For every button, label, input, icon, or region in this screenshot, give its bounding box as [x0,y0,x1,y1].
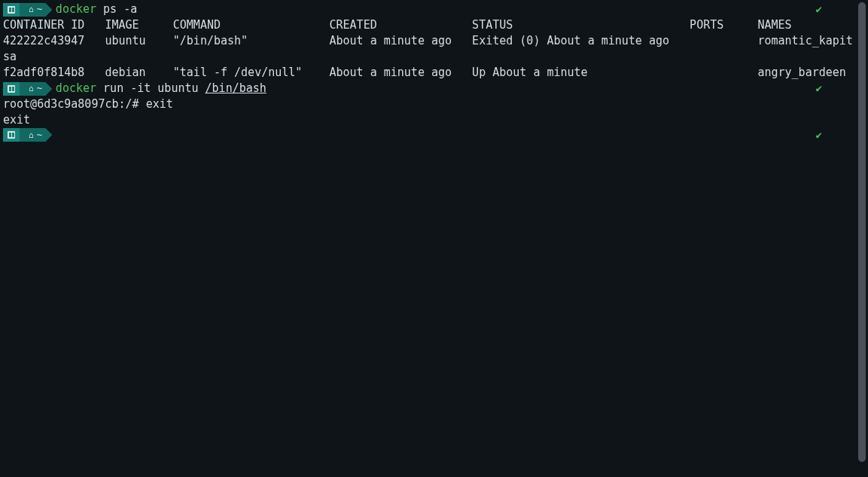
prompt-line-1: ⌂~ docker ps -a ✔ [3,2,851,17]
ps-row: 422222c43947 ubuntu "/bin/bash" About a … [3,33,851,65]
success-check-icon: ✔ [816,81,822,96]
distro-icon [3,128,20,142]
tilde: ~ [37,127,42,143]
command-text: docker run -it ubuntu /bin/bash [56,81,266,96]
prompt-badge: ⌂~ [3,128,45,142]
exit-echo: exit [3,112,851,128]
home-icon: ⌂ [29,2,34,17]
path-segment: ⌂~ [20,82,45,96]
success-check-icon: ✔ [816,127,822,143]
container-shell-line: root@6d3c9a8097cb:/# exit [3,96,851,112]
cmd-keyword: docker [56,81,96,95]
scrollbar-thumb[interactable] [858,2,866,462]
path-segment: ⌂~ [20,128,45,142]
home-icon: ⌂ [29,127,34,143]
path-segment: ⌂~ [20,3,45,17]
prompt-line-2: ⌂~ docker run -it ubuntu /bin/bash ✔ [3,81,851,96]
cmd-path: /bin/bash [206,81,266,95]
prompt-badge: ⌂~ [3,3,45,17]
ps-header: CONTAINER ID IMAGE COMMAND CREATED STATU… [3,17,851,33]
cmd-keyword: docker [56,2,96,16]
distro-icon [3,3,20,17]
cmd-args: ps -a [96,2,137,16]
prompt-badge: ⌂~ [3,82,45,96]
prompt-line-3[interactable]: ⌂~ ✔ [3,128,851,142]
tilde: ~ [37,81,42,96]
ps-row: f2adf0f814b8 debian "tail -f /dev/null" … [3,65,851,81]
command-text: docker ps -a [56,2,137,17]
success-check-icon: ✔ [816,2,822,17]
distro-icon [3,82,20,96]
scrollbar-track[interactable] [858,2,866,475]
terminal-viewport[interactable]: ⌂~ docker ps -a ✔ CONTAINER ID IMAGE COM… [0,0,854,477]
home-icon: ⌂ [29,81,34,96]
tilde: ~ [37,2,42,17]
cmd-args: run -it ubuntu [96,81,206,95]
